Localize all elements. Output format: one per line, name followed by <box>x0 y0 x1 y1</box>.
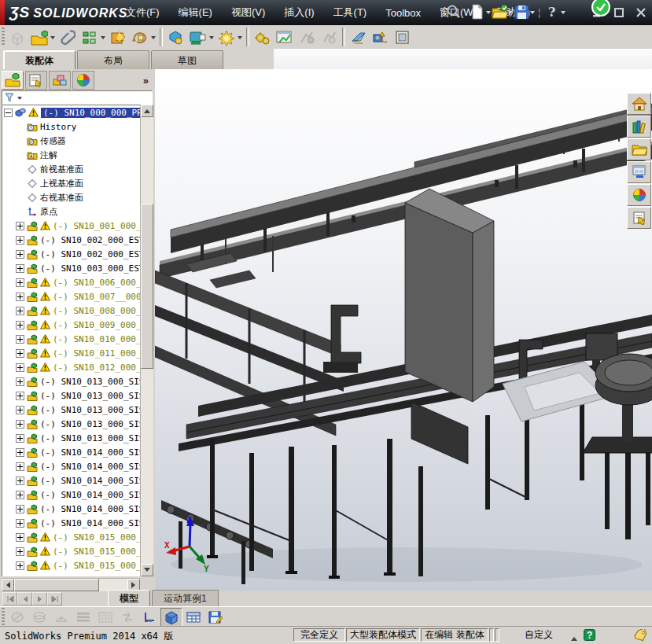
motion-study-icon[interactable] <box>318 27 340 49</box>
tree-item[interactable]: (-) SN10_011_000_ <box>2 346 152 360</box>
tree-filter-bar[interactable] <box>2 90 153 105</box>
study-tab[interactable]: 运动算例1 <box>152 590 219 606</box>
tree-item[interactable]: (-) SN10_014_000_SIS <box>2 473 152 488</box>
custom-status-caret[interactable] <box>571 634 577 641</box>
tree-item[interactable]: (-) SN10_015_000_ <box>2 558 152 572</box>
scroll-left-icon[interactable] <box>2 579 14 591</box>
expand-toggle-icon[interactable] <box>16 293 24 301</box>
tree-item[interactable]: (-) SN10_002_000_EST <box>2 233 152 247</box>
expand-toggle-icon[interactable] <box>16 561 24 570</box>
show-hidden-caret[interactable] <box>209 36 214 42</box>
panel-more-chevron[interactable]: » <box>143 75 149 86</box>
expand-toggle-icon[interactable] <box>16 392 24 400</box>
reference-geometry-icon[interactable] <box>348 27 370 49</box>
prev-study-icon[interactable] <box>17 592 32 605</box>
coordinate-system-icon[interactable] <box>138 608 160 627</box>
reload-icon[interactable] <box>116 608 138 627</box>
save-icon[interactable] <box>513 3 530 20</box>
first-study-icon[interactable] <box>2 592 17 605</box>
tree-item[interactable]: (-) SN10_013_000_SIS <box>2 417 152 431</box>
menu-item[interactable]: 文件(F) <box>118 2 168 23</box>
feature-manager-tab[interactable] <box>2 71 24 90</box>
graphics-viewport[interactable]: Z X Y <box>155 69 652 591</box>
tree-item[interactable]: 注解 <box>2 148 152 162</box>
expand-toggle-icon[interactable] <box>16 491 24 499</box>
view-palette-icon[interactable] <box>627 161 651 183</box>
rotate-component-icon[interactable] <box>129 27 151 49</box>
tree-item[interactable]: (-) SN10_013_000_SIS <box>2 388 152 403</box>
smart-fasteners-icon[interactable] <box>107 27 129 49</box>
tree-item[interactable]: (-) SN10_009_000_ <box>2 318 152 332</box>
expand-toggle-icon[interactable] <box>4 109 13 117</box>
tree-item[interactable]: (-) SN10_014_000_SIS <box>2 516 152 530</box>
shaded-view-icon[interactable] <box>160 608 182 627</box>
expand-toggle-icon[interactable] <box>16 505 24 513</box>
menu-item[interactable]: 插入(I) <box>276 2 322 23</box>
toolbar-grip[interactable] <box>2 28 5 46</box>
expand-toggle-icon[interactable] <box>16 321 24 329</box>
expand-toggle-icon[interactable] <box>16 363 24 372</box>
toolbar-grip[interactable] <box>2 608 5 627</box>
simulation-advisor-icon[interactable] <box>296 27 318 49</box>
appearances-scenes-icon[interactable] <box>627 184 651 206</box>
tree-item[interactable]: (-) SN10_014_000_SIS <box>2 502 152 516</box>
menu-item[interactable]: 编辑(E) <box>171 2 220 23</box>
assembly-features-icon[interactable] <box>252 27 274 49</box>
expand-toggle-icon[interactable] <box>16 222 24 230</box>
expand-toggle-icon[interactable] <box>16 533 24 542</box>
tree-item[interactable]: (-) SN10_015_000_ <box>2 544 152 558</box>
next-study-icon[interactable] <box>32 592 47 605</box>
simulation-study-icon[interactable] <box>370 27 392 49</box>
tree-item[interactable]: 传感器 <box>2 134 152 148</box>
mass-properties-icon[interactable] <box>6 608 28 627</box>
tree-item[interactable]: History <box>2 120 152 134</box>
expand-toggle-icon[interactable] <box>16 377 24 386</box>
menu-item[interactable]: 视图(V) <box>223 2 273 23</box>
help-caret[interactable] <box>561 11 565 17</box>
scroll-thumb[interactable] <box>141 204 153 369</box>
assembly-model[interactable] <box>155 69 652 591</box>
file-explorer-icon[interactable] <box>627 138 651 160</box>
new-document-icon[interactable] <box>469 3 486 20</box>
design-table-icon[interactable] <box>182 608 204 627</box>
tree-item[interactable]: (-) SN10_014_000_SIS <box>2 459 152 473</box>
tree-item[interactable]: (-) SN10_000_000_PR <box>2 105 152 120</box>
expand-toggle-icon[interactable] <box>16 519 24 528</box>
measure-icon[interactable] <box>50 608 72 627</box>
exploded-view-caret[interactable] <box>238 36 242 42</box>
section-properties-icon[interactable] <box>28 608 50 627</box>
tree-item[interactable]: 上视基准面 <box>2 176 152 190</box>
tree-item[interactable]: (-) SN10_008_000_ <box>2 304 152 318</box>
linear-pattern-icon[interactable] <box>79 27 101 49</box>
expand-toggle-icon[interactable] <box>16 335 24 344</box>
property-manager-tab[interactable] <box>25 71 47 90</box>
tree-item[interactable]: (-) SN10_007__000 <box>2 289 152 304</box>
design-library-icon[interactable] <box>627 116 651 138</box>
last-study-icon[interactable] <box>47 592 62 605</box>
resources-home-icon[interactable] <box>627 93 651 115</box>
save-caret[interactable] <box>530 11 535 17</box>
expand-toggle-icon[interactable] <box>16 278 24 287</box>
expand-toggle-icon[interactable] <box>16 264 24 273</box>
expand-toggle-icon[interactable] <box>16 250 24 259</box>
expand-toggle-icon[interactable] <box>16 406 24 414</box>
save-table-icon[interactable] <box>204 608 227 627</box>
move-component-icon[interactable] <box>165 27 187 49</box>
open-document-icon[interactable] <box>491 3 508 20</box>
tree-item[interactable]: (-) SN10_006_000_ <box>2 275 152 289</box>
tree-item[interactable]: (-) SN10_003_000_EST <box>2 261 152 275</box>
study-tab[interactable]: 模型 <box>108 590 150 606</box>
maximize-icon[interactable] <box>610 6 628 20</box>
expand-toggle-icon[interactable] <box>16 547 24 556</box>
menu-item[interactable]: 工具(T) <box>326 2 375 23</box>
command-tab[interactable]: 草图 <box>151 50 223 70</box>
custom-properties-icon[interactable] <box>627 207 651 229</box>
scroll-up-icon[interactable] <box>141 105 153 117</box>
menu-item[interactable]: Toolbox <box>378 4 429 22</box>
edit-part-icon[interactable] <box>6 27 28 49</box>
command-tab[interactable]: 布局 <box>77 50 149 70</box>
tree-item[interactable]: (-) SN10_010_000_ <box>2 332 152 346</box>
tree-item[interactable]: 原点 <box>2 204 152 219</box>
display-manager-tab[interactable] <box>72 71 94 90</box>
tree-item[interactable]: (-) SN10_001_000_ <box>2 219 152 233</box>
